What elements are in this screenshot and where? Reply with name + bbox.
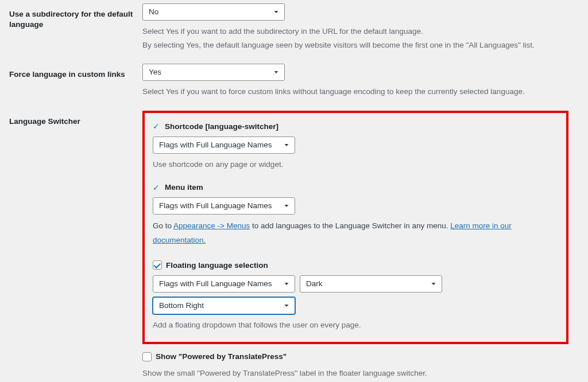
desc-subdirectory-2: By selecting Yes, the default language s… [142, 39, 568, 52]
menu-header: ✓ Menu item [153, 183, 558, 192]
row-subdirectory: Use a subdirectory for the default langu… [9, 3, 579, 51]
field-subdirectory: No Select Yes if you want to add the sub… [142, 3, 568, 51]
select-shortcode-style[interactable]: Flags with Full Language Names [153, 137, 295, 154]
select-floating-theme[interactable]: Dark [300, 275, 442, 293]
desc-subdirectory-1: Select Yes if you want to add the subdir… [142, 25, 568, 38]
field-force-language: Yes Select Yes if you want to force cust… [142, 64, 568, 98]
link-appearance-menus[interactable]: Appearance -> Menus [173, 221, 250, 230]
floating-title: Floating language selection [166, 261, 268, 270]
label-force-language: Force language in custom links [9, 64, 142, 80]
menu-title: Menu item [165, 183, 203, 192]
section-floating: Floating language selection Flags with F… [153, 260, 558, 332]
select-force-language[interactable]: Yes [142, 64, 285, 81]
select-floating-style[interactable]: Flags with Full Language Names [153, 275, 295, 293]
row-language-switcher: Language Switcher ✓ Shortcode [language-… [9, 111, 579, 380]
select-force-wrap: Yes [142, 64, 285, 81]
select-subdirectory-wrap: No [142, 3, 285, 21]
row-force-language: Force language in custom links Yes Selec… [9, 64, 579, 98]
powered-header: Show "Powered by TranslatePress" [142, 352, 568, 361]
desc-force-language: Select Yes if you want to force custom l… [142, 85, 568, 98]
highlight-box: ✓ Shortcode [language-switcher] Flags wi… [142, 111, 568, 344]
desc-menu-mid: to add languages to the Language Switche… [250, 221, 450, 230]
label-subdirectory: Use a subdirectory for the default langu… [9, 3, 142, 30]
section-powered-by: Show "Powered by TranslatePress" Show th… [142, 352, 568, 380]
checkbox-powered-by[interactable] [142, 352, 152, 361]
powered-title: Show "Powered by TranslatePress" [156, 352, 287, 361]
desc-shortcode: Use shortcode on any page or widget. [153, 158, 558, 171]
select-menu-style[interactable]: Flags with Full Language Names [153, 197, 295, 215]
floating-header: Floating language selection [153, 260, 558, 270]
section-shortcode: ✓ Shortcode [language-switcher] Flags wi… [153, 122, 558, 171]
shortcode-title: Shortcode [language-switcher] [165, 122, 278, 131]
label-language-switcher: Language Switcher [9, 111, 142, 127]
desc-menu: Go to Appearance -> Menus to add languag… [153, 219, 558, 248]
desc-menu-prefix: Go to [153, 221, 173, 230]
shortcode-header: ✓ Shortcode [language-switcher] [153, 122, 558, 131]
desc-floating: Add a floating dropdown that follows the… [153, 319, 558, 332]
desc-powered: Show the small "Powered by TranslatePres… [142, 367, 568, 380]
field-language-switcher: ✓ Shortcode [language-switcher] Flags wi… [142, 111, 568, 380]
check-icon: ✓ [153, 122, 161, 130]
select-subdirectory[interactable]: No [142, 3, 285, 21]
section-menu-item: ✓ Menu item Flags with Full Language Nam… [153, 183, 558, 248]
checkbox-floating[interactable] [153, 260, 162, 270]
select-floating-position[interactable]: Bottom Right [153, 297, 295, 314]
check-icon: ✓ [153, 184, 161, 192]
